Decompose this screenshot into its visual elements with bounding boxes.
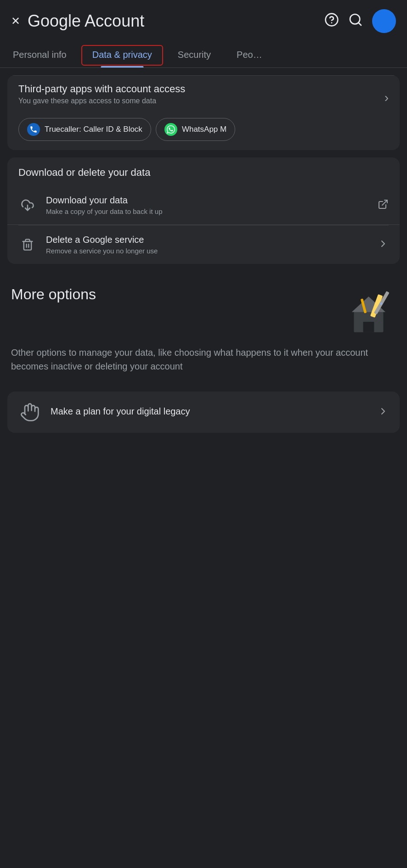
more-options-section: More options Other options to manag xyxy=(0,271,407,384)
tab-people[interactable]: Peo… xyxy=(224,42,275,67)
trash-icon xyxy=(18,235,37,254)
tab-security[interactable]: Security xyxy=(165,42,224,67)
app-chips: Truecaller: Caller ID & Block WhatsApp M xyxy=(18,118,389,141)
delete-service-item[interactable]: Delete a Google service Remove a service… xyxy=(7,225,400,264)
more-options-description: Other options to manage your data, like … xyxy=(11,346,396,373)
download-delete-card: Download or delete your data Download yo… xyxy=(7,157,400,264)
third-party-apps-row[interactable]: Third-party apps with account access You… xyxy=(18,83,389,112)
main-content: Third-party apps with account access You… xyxy=(0,75,407,433)
download-delete-header: Download or delete your data xyxy=(7,157,400,186)
digital-legacy-chevron xyxy=(378,406,389,419)
close-button[interactable]: ✕ xyxy=(11,16,20,27)
whatsapp-chip[interactable]: WhatsApp M xyxy=(156,118,235,141)
svg-line-3 xyxy=(358,22,361,25)
third-party-chevron: › xyxy=(384,90,389,105)
delete-service-content: Delete a Google service Remove a service… xyxy=(46,235,368,255)
third-party-subtitle: You gave these apps access to some data xyxy=(18,97,185,105)
truecaller-chip[interactable]: Truecaller: Caller ID & Block xyxy=(18,118,151,141)
header-icons xyxy=(324,9,396,33)
download-data-title: Download your data xyxy=(46,195,368,206)
third-party-apps-card: Third-party apps with account access You… xyxy=(7,75,400,150)
svg-rect-9 xyxy=(363,322,374,332)
digital-legacy-icon xyxy=(18,401,41,424)
more-options-header: More options xyxy=(11,286,396,336)
external-link-icon xyxy=(378,199,389,212)
svg-line-4 xyxy=(382,200,387,205)
digital-legacy-content: Make a plan for your digital legacy xyxy=(51,406,368,419)
download-data-item[interactable]: Download your data Make a copy of your d… xyxy=(7,186,400,225)
delete-service-title: Delete a Google service xyxy=(46,235,368,245)
download-icon xyxy=(18,196,37,214)
more-options-illustration xyxy=(345,286,396,336)
download-data-subtitle: Make a copy of your data to back it up xyxy=(46,207,368,215)
tab-personal-info[interactable]: Personal info xyxy=(0,42,79,67)
page-title: Google Account xyxy=(28,11,317,31)
whatsapp-icon xyxy=(164,123,177,136)
third-party-title: Third-party apps with account access xyxy=(18,83,185,95)
third-party-apps-section: Third-party apps with account access You… xyxy=(7,75,400,150)
download-delete-title: Download or delete your data xyxy=(18,167,389,179)
delete-service-chevron xyxy=(378,238,389,252)
download-data-content: Download your data Make a copy of your d… xyxy=(46,195,368,215)
truecaller-icon xyxy=(27,123,40,136)
digital-legacy-card[interactable]: Make a plan for your digital legacy xyxy=(7,392,400,433)
truecaller-label: Truecaller: Caller ID & Block xyxy=(45,125,142,134)
tabs-bar: Personal info Data & privacy Security Pe… xyxy=(0,42,407,68)
digital-legacy-title: Make a plan for your digital legacy xyxy=(51,406,368,417)
delete-service-subtitle: Remove a service you no longer use xyxy=(46,247,368,255)
more-options-title: More options xyxy=(11,286,96,303)
whatsapp-label: WhatsApp M xyxy=(182,125,226,134)
help-icon[interactable] xyxy=(324,12,339,30)
tab-data-privacy[interactable]: Data & privacy xyxy=(79,42,165,67)
header: ✕ Google Account xyxy=(0,0,407,42)
avatar[interactable] xyxy=(372,9,396,33)
svg-point-14 xyxy=(380,302,383,305)
search-icon[interactable] xyxy=(348,12,363,30)
